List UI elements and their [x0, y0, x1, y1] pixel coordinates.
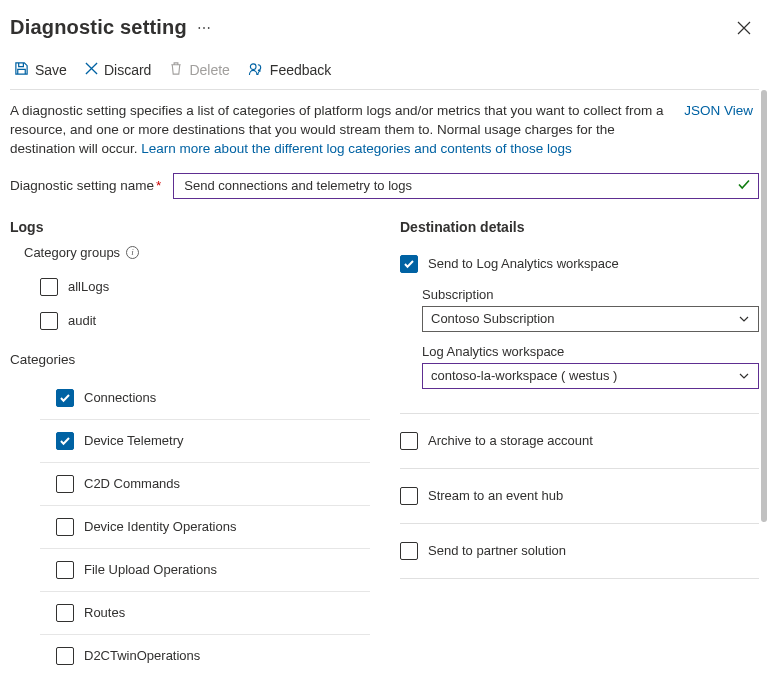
label-cat-2: C2D Commands	[84, 476, 180, 491]
checkbox-group-1[interactable]	[40, 312, 58, 330]
scrollbar[interactable]	[761, 90, 767, 522]
feedback-button[interactable]: Feedback	[248, 61, 331, 79]
categories-label: Categories	[10, 352, 370, 367]
learn-more-link[interactable]: Learn more about the different log categ…	[141, 141, 572, 156]
dest-partner-label: Send to partner solution	[428, 543, 566, 558]
page-title: Diagnostic setting	[10, 16, 187, 39]
label-group-0: allLogs	[68, 279, 109, 294]
category-groups-label: Category groups	[24, 245, 120, 260]
feedback-icon	[248, 61, 264, 79]
category-item: Device Identity Operations	[40, 506, 370, 549]
discard-icon	[85, 62, 98, 78]
chevron-down-icon	[738, 370, 750, 382]
checkbox-cat-6[interactable]	[56, 647, 74, 665]
checkbox-group-0[interactable]	[40, 278, 58, 296]
checkbox-cat-3[interactable]	[56, 518, 74, 536]
checkbox-cat-0[interactable]	[56, 389, 74, 407]
discard-label: Discard	[104, 62, 151, 78]
label-cat-6: D2CTwinOperations	[84, 648, 200, 663]
save-icon	[14, 61, 29, 79]
dest-eventhub-checkbox[interactable]	[400, 487, 418, 505]
check-icon	[737, 177, 751, 194]
label-group-1: audit	[68, 313, 96, 328]
more-actions-button[interactable]: ⋯	[197, 20, 212, 36]
subscription-label: Subscription	[422, 287, 759, 302]
delete-label: Delete	[189, 62, 229, 78]
category-item: File Upload Operations	[40, 549, 370, 592]
dest-eventhub-label: Stream to an event hub	[428, 488, 563, 503]
workspace-select[interactable]: contoso-la-workspace ( westus )	[422, 363, 759, 389]
checkbox-cat-2[interactable]	[56, 475, 74, 493]
checkbox-cat-1[interactable]	[56, 432, 74, 450]
category-item: C2D Commands	[40, 463, 370, 506]
save-label: Save	[35, 62, 67, 78]
dest-la-label: Send to Log Analytics workspace	[428, 256, 619, 271]
delete-button: Delete	[169, 61, 229, 79]
close-button[interactable]	[737, 21, 751, 35]
intro-text: A diagnostic setting specifies a list of…	[10, 102, 664, 159]
dest-la-checkbox[interactable]	[400, 255, 418, 273]
setting-name-input[interactable]	[173, 173, 759, 199]
chevron-down-icon	[738, 313, 750, 325]
discard-button[interactable]: Discard	[85, 62, 151, 78]
dest-storage-label: Archive to a storage account	[428, 433, 593, 448]
setting-name-label: Diagnostic setting name*	[10, 178, 161, 193]
label-cat-4: File Upload Operations	[84, 562, 217, 577]
delete-icon	[169, 61, 183, 79]
subscription-select[interactable]: Contoso Subscription	[422, 306, 759, 332]
label-cat-0: Connections	[84, 390, 156, 405]
label-cat-3: Device Identity Operations	[84, 519, 236, 534]
command-bar: Save Discard Delete Feedback	[0, 51, 769, 89]
dest-partner-checkbox[interactable]	[400, 542, 418, 560]
feedback-label: Feedback	[270, 62, 331, 78]
info-icon[interactable]: i	[126, 246, 139, 259]
category-item: Device Telemetry	[40, 420, 370, 463]
label-cat-1: Device Telemetry	[84, 433, 183, 448]
checkbox-cat-5[interactable]	[56, 604, 74, 622]
save-button[interactable]: Save	[14, 61, 67, 79]
dest-storage-checkbox[interactable]	[400, 432, 418, 450]
category-item: Routes	[40, 592, 370, 635]
json-view-link[interactable]: JSON View	[684, 102, 753, 159]
destination-heading: Destination details	[400, 219, 759, 235]
label-cat-5: Routes	[84, 605, 125, 620]
svg-point-0	[250, 64, 256, 70]
workspace-label: Log Analytics workspace	[422, 344, 759, 359]
category-item: Connections	[40, 377, 370, 420]
checkbox-cat-4[interactable]	[56, 561, 74, 579]
logs-heading: Logs	[10, 219, 370, 235]
subscription-value: Contoso Subscription	[431, 311, 555, 326]
workspace-value: contoso-la-workspace ( westus )	[431, 368, 617, 383]
category-item: D2CTwinOperations	[40, 635, 370, 671]
